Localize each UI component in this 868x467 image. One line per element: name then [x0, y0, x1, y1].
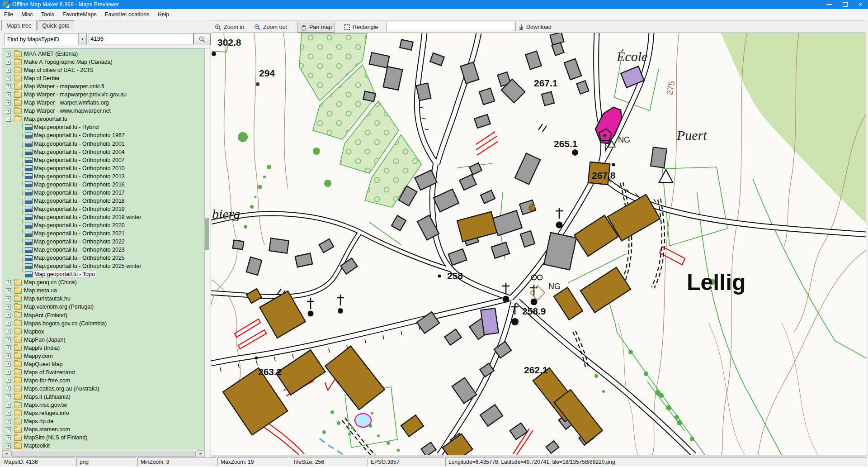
- tree-item[interactable]: +Map.meta.ua: [2, 286, 205, 295]
- tree-item-label[interactable]: Maps.eatlas.org.au (Australia): [23, 386, 100, 392]
- tree-item[interactable]: +Mappy.com: [2, 352, 205, 360]
- expand-toggle-icon[interactable]: +: [6, 386, 11, 391]
- tree-item-label[interactable]: Map.geoportail.lu - Orthophoto 2019: [33, 206, 126, 212]
- find-mode-select[interactable]: Find by MapsTypeID ▼: [5, 33, 87, 45]
- tree-item[interactable]: +Map Warper - mapwarper.prov.vic.gov.au: [2, 91, 205, 99]
- tree-item[interactable]: Map.geoportail.lu - Orthophoto 2020: [2, 221, 205, 229]
- tree-item[interactable]: Map.geoportail.lu - Orthophoto 2023: [2, 246, 205, 254]
- tree-item[interactable]: +Map.valentim.org (Portugal): [2, 303, 205, 311]
- tree-item[interactable]: +Mapas.bogota.gov.co (Colombia): [2, 319, 205, 328]
- tab-maps-tree[interactable]: Maps tree: [1, 20, 37, 30]
- tree-item-label[interactable]: Map.meta.ua: [23, 287, 58, 294]
- tree-item-label[interactable]: Map of Serbia: [23, 75, 60, 81]
- tree-item[interactable]: +MapAnt (Finland): [2, 311, 205, 319]
- tree-item[interactable]: Map.geoportail.lu - Orthophoto 2013: [2, 172, 205, 181]
- expand-toggle-icon[interactable]: +: [6, 84, 11, 89]
- tree-item[interactable]: Map.geoportail.lu - Orthophoto 2021: [2, 229, 205, 238]
- tree-item-label[interactable]: Map.geoportail.lu - Orthophoto 2013: [33, 173, 126, 180]
- expand-toggle-icon[interactable]: +: [6, 378, 11, 383]
- menu-favoritemaps[interactable]: FavoriteMaps: [58, 10, 101, 19]
- expand-toggle-icon[interactable]: +: [6, 345, 11, 350]
- tree-item-label[interactable]: Map Warper - warper.wmflabs.org: [23, 100, 110, 106]
- tree-item[interactable]: Map.geoportail.lu - Orthophoto 2016: [2, 181, 205, 189]
- toolbar-input[interactable]: [387, 22, 516, 31]
- close-button[interactable]: ×: [853, 0, 868, 9]
- tree-item-label[interactable]: MapAnt (Finland): [23, 312, 68, 319]
- tree-item[interactable]: +Make A Topographic Map (Canada): [2, 58, 205, 66]
- tree-item-label[interactable]: Maps.nlsc.gov.tw: [23, 402, 68, 408]
- tree-item-label[interactable]: Map Warper - mapwarper.prov.vic.gov.au: [23, 91, 127, 98]
- tree-item-label[interactable]: Map.valentim.org (Portugal): [23, 304, 94, 310]
- expand-toggle-icon[interactable]: +: [6, 427, 11, 432]
- tree-item-label[interactable]: Map.geoq.cn (China): [23, 279, 78, 286]
- expand-toggle-icon[interactable]: +: [6, 305, 11, 310]
- tree-item-label[interactable]: Mappy.com: [23, 353, 54, 359]
- tree-item[interactable]: -Map.geoportail.lu: [2, 115, 205, 123]
- tree-item[interactable]: Map.geoportail.lu - Orthophoto 1967: [2, 131, 205, 139]
- tree-item-label[interactable]: Mappls (India): [23, 345, 61, 351]
- tree-item-label[interactable]: Maps.rlp.de: [23, 418, 54, 424]
- tree-item-label[interactable]: Map.geoportail.lu - Orthophoto 2020: [33, 222, 126, 229]
- expand-toggle-icon[interactable]: +: [6, 68, 11, 73]
- tree-item[interactable]: Map.geoportail.lu - Orthophoto 2019 wint…: [2, 213, 205, 221]
- tree-item-label[interactable]: Map.geoportail.lu - Orthophoto 2017: [33, 190, 126, 196]
- tree-item-label[interactable]: Mapbox: [23, 329, 45, 335]
- tree-horizontal-scrollbar[interactable]: ◄ ►: [2, 450, 205, 457]
- tree-item-label[interactable]: Maps-for-free.com: [23, 377, 71, 384]
- tree-item-label[interactable]: Map.geoportail.lu - Orthophoto 2025 wint…: [33, 263, 142, 269]
- tree-item-label[interactable]: Map of cities of UAE - 2GIS: [23, 67, 94, 73]
- expand-toggle-icon[interactable]: +: [6, 321, 11, 326]
- expand-toggle-icon[interactable]: +: [6, 92, 11, 97]
- expand-toggle-icon[interactable]: +: [6, 100, 11, 105]
- zoom-in-button[interactable]: Zoom in: [212, 22, 247, 33]
- expand-toggle-icon[interactable]: +: [6, 362, 11, 367]
- tree-item-label[interactable]: Maps.stamen.com: [23, 426, 71, 433]
- tree-item[interactable]: Map.geoportail.lu - Orthophoto 2001: [2, 140, 205, 148]
- menu-file[interactable]: File: [0, 10, 17, 19]
- tree-item[interactable]: +Maps.rlp.de: [2, 417, 205, 425]
- expand-toggle-icon[interactable]: +: [6, 403, 11, 408]
- tree-item[interactable]: Map.geoportail.lu - Hybrid: [2, 123, 205, 131]
- tree-item[interactable]: Map.geoportail.lu - Orthophoto 2004: [2, 148, 205, 156]
- expand-toggle-icon[interactable]: +: [6, 394, 11, 399]
- search-button[interactable]: [193, 33, 211, 45]
- tree-item[interactable]: +MAA-AMET (Estonia): [2, 50, 205, 58]
- tree-item[interactable]: Map.geoportail.lu - Orthophoto 2019: [2, 205, 205, 213]
- tree-item-label[interactable]: Map Warper - mapwarper.onki.fi: [23, 83, 105, 90]
- collapse-toggle-icon[interactable]: -: [6, 117, 11, 122]
- expand-toggle-icon[interactable]: +: [6, 411, 11, 416]
- menu-help[interactable]: Help: [154, 10, 174, 19]
- tree-item[interactable]: +Mapbox: [2, 328, 205, 336]
- expand-toggle-icon[interactable]: +: [6, 76, 11, 81]
- tree-item-label[interactable]: Maps.refuges.info: [23, 410, 70, 416]
- expand-toggle-icon[interactable]: +: [6, 52, 11, 57]
- expand-toggle-icon[interactable]: +: [6, 280, 11, 285]
- tree-item-label[interactable]: Map.geoportail.lu - Orthophoto 2016: [33, 181, 126, 188]
- pan-map-button[interactable]: Pan map: [297, 22, 335, 33]
- scroll-right-arrow[interactable]: ►: [197, 450, 205, 457]
- tree-item[interactable]: Map.geoportail.lu - Orthophoto 2025: [2, 254, 205, 262]
- expand-toggle-icon[interactable]: +: [6, 419, 11, 424]
- tree-item[interactable]: +Maps.stamen.com: [2, 425, 205, 434]
- expand-toggle-icon[interactable]: +: [6, 435, 11, 440]
- expand-toggle-icon[interactable]: +: [6, 109, 11, 114]
- tree-item-label[interactable]: Maps of Switzerland: [23, 369, 76, 376]
- tree-item-label[interactable]: Map.geoportail.lu - Orthophoto 2022: [33, 238, 126, 245]
- tree-item[interactable]: Map.geoportail.lu - Orthophoto 2007: [2, 156, 205, 164]
- tree-item[interactable]: Map.geoportail.lu - Topo: [2, 270, 205, 278]
- expand-toggle-icon[interactable]: +: [6, 337, 11, 342]
- download-button[interactable]: Download: [515, 22, 555, 33]
- chevron-down-icon[interactable]: ▼: [78, 33, 86, 45]
- tree-item-label[interactable]: Map.geoportail.lu: [23, 116, 68, 122]
- tree-item-label[interactable]: Maps.lt (Lithuania): [23, 394, 71, 400]
- expand-toggle-icon[interactable]: +: [6, 60, 11, 65]
- tree-item[interactable]: +Maps.lt (Lithuania): [2, 393, 205, 401]
- tree-item[interactable]: +Map of cities of UAE - 2GIS: [2, 66, 205, 74]
- tree-item[interactable]: +Map.turistautak.hu: [2, 295, 205, 303]
- search-input[interactable]: [89, 33, 193, 44]
- tree-item[interactable]: +MapFan (Japan): [2, 336, 205, 344]
- tree-item[interactable]: Map.geoportail.lu - Orthophoto 2022: [2, 238, 205, 246]
- tree-item[interactable]: +Maptoolkit: [2, 442, 205, 450]
- tree-item-label[interactable]: Map.geoportail.lu - Orthophoto 2019 wint…: [33, 214, 142, 220]
- scroll-left-arrow[interactable]: ◄: [2, 450, 10, 457]
